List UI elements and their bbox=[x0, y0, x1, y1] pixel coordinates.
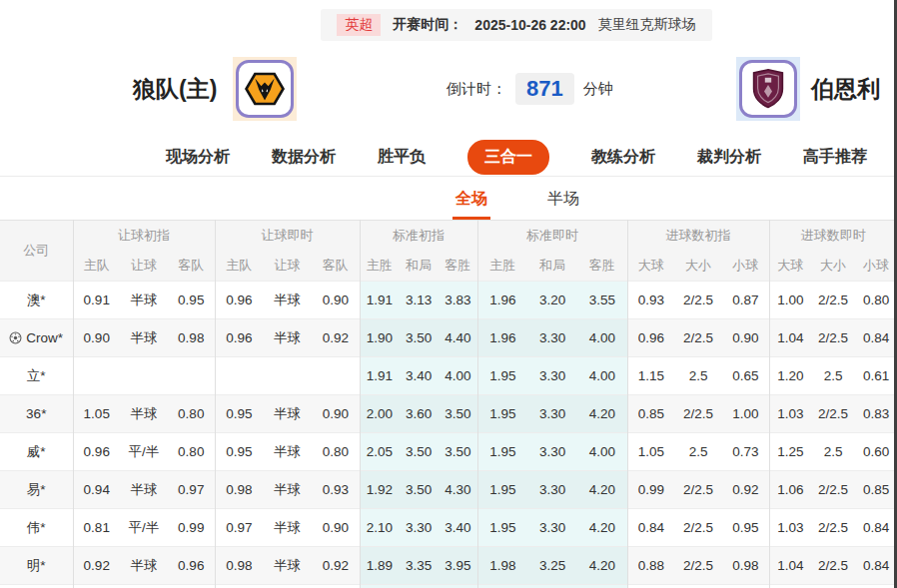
countdown-label: 倒计时： bbox=[447, 80, 506, 99]
odds-cell: 4.20 bbox=[577, 547, 627, 585]
odds-cell: 0.95 bbox=[215, 433, 263, 471]
odds-cell: 2/2.5 bbox=[674, 471, 722, 509]
odds-cell: 0.90 bbox=[168, 585, 215, 588]
odds-cell: 0.63 bbox=[855, 585, 897, 588]
table-row: Interwet*0.90半球0.900.97半球0.831.903.504.3… bbox=[0, 585, 897, 588]
sub-header: 让球 bbox=[120, 251, 168, 282]
odds-cell: 4.10 bbox=[577, 585, 627, 588]
odds-cell: 0.92 bbox=[312, 547, 360, 585]
odds-cell: 0.80 bbox=[855, 282, 897, 319]
company-cell[interactable]: 威* bbox=[0, 433, 73, 471]
odds-cell: 半球 bbox=[263, 395, 312, 433]
odds-cell bbox=[215, 357, 263, 395]
odds-cell: 2/2.5 bbox=[811, 319, 855, 357]
odds-cell: 2/2.5 bbox=[811, 547, 855, 585]
sub-header: 和局 bbox=[527, 251, 577, 282]
nav-tab-3[interactable]: 三合一 bbox=[467, 140, 549, 175]
sub-header: 主队 bbox=[73, 251, 120, 282]
odds-cell: 3.55 bbox=[577, 282, 627, 319]
nav-tab-0[interactable]: 现场分析 bbox=[166, 147, 230, 168]
odds-cell: 1.03 bbox=[769, 509, 811, 547]
odds-cell: 3.60 bbox=[399, 395, 439, 433]
company-cell[interactable]: Interwet* bbox=[0, 585, 73, 588]
odds-cell: 1.05 bbox=[73, 395, 120, 433]
odds-cell: 0.96 bbox=[627, 319, 674, 357]
company-cell[interactable]: 伟* bbox=[0, 509, 73, 547]
odds-cell: 1.91 bbox=[360, 357, 399, 395]
odds-cell: 4.00 bbox=[577, 319, 627, 357]
sub-header: 主队 bbox=[215, 251, 263, 282]
group-header-5: 进球数即时 bbox=[769, 221, 897, 252]
odds-cell: 0.95 bbox=[722, 509, 769, 547]
odds-cell bbox=[120, 357, 168, 395]
burnley-crest-icon bbox=[748, 67, 788, 111]
odds-cell: 半球 bbox=[120, 395, 168, 433]
company-cell[interactable]: 明* bbox=[0, 547, 73, 585]
table-row: 明*0.92半球0.960.98半球0.921.893.353.951.983.… bbox=[0, 547, 897, 585]
nav-tab-5[interactable]: 裁判分析 bbox=[697, 147, 761, 168]
period-tab-0[interactable]: 全场 bbox=[452, 189, 490, 220]
company-cell[interactable]: Crow* bbox=[0, 319, 73, 357]
odds-cell: 0.96 bbox=[215, 282, 263, 319]
odds-cell: 2/2.5 bbox=[811, 471, 855, 509]
odds-cell: 2/2.5 bbox=[674, 509, 722, 547]
odds-cell: 0.85 bbox=[855, 471, 897, 509]
nav-tab-4[interactable]: 教练分析 bbox=[591, 147, 655, 168]
odds-cell: 3.40 bbox=[399, 357, 439, 395]
odds-cell: 半球 bbox=[263, 585, 312, 588]
nav-tab-1[interactable]: 数据分析 bbox=[272, 147, 336, 168]
period-tab-1[interactable]: 半场 bbox=[544, 189, 582, 220]
odds-cell: 1.00 bbox=[722, 395, 769, 433]
nav-tab-2[interactable]: 胜平负 bbox=[378, 147, 426, 168]
company-cell[interactable]: 澳* bbox=[0, 282, 73, 319]
odds-cell: 1.90 bbox=[360, 585, 399, 588]
odds-cell: 1.95 bbox=[477, 509, 527, 547]
odds-cell: 2/2.5 bbox=[674, 395, 722, 433]
odds-cell: 3.30 bbox=[527, 509, 577, 547]
odds-cell bbox=[168, 357, 215, 395]
odds-cell: 0.85 bbox=[627, 395, 674, 433]
odds-cell: 4.30 bbox=[439, 585, 477, 588]
countdown: 倒计时： 871 分钟 bbox=[447, 73, 613, 105]
odds-cell bbox=[312, 357, 360, 395]
odds-cell: 4.20 bbox=[577, 509, 627, 547]
sub-header: 大球 bbox=[627, 251, 674, 282]
odds-cell: 3.35 bbox=[399, 547, 439, 585]
odds-cell: 1.98 bbox=[477, 547, 527, 585]
odds-cell: 4.20 bbox=[577, 471, 627, 509]
odds-cell: 2.5 bbox=[811, 433, 855, 471]
league-badge: 英超 bbox=[337, 14, 381, 36]
odds-cell: 4.00 bbox=[439, 357, 477, 395]
company-cell[interactable]: 立* bbox=[0, 357, 73, 395]
odds-cell: 平/半 bbox=[120, 433, 168, 471]
odds-cell: 0.94 bbox=[73, 471, 120, 509]
company-cell[interactable]: 易* bbox=[0, 471, 73, 509]
wolves-crest-icon bbox=[243, 67, 287, 111]
table-row: 易*0.94半球0.970.98半球0.931.923.504.301.953.… bbox=[0, 471, 897, 509]
odds-cell: 3.20 bbox=[527, 282, 577, 319]
sub-header: 客队 bbox=[312, 251, 360, 282]
odds-cell: 3.50 bbox=[399, 585, 439, 588]
odds-cell: 2.5 bbox=[674, 433, 722, 471]
company-cell[interactable]: 36* bbox=[0, 395, 73, 433]
odds-cell: 1.90 bbox=[360, 319, 399, 357]
odds-cell: 4.40 bbox=[439, 319, 477, 357]
odds-cell: 4.00 bbox=[577, 433, 627, 471]
odds-cell: 2.10 bbox=[360, 509, 399, 547]
odds-cell: 1.91 bbox=[360, 282, 399, 319]
odds-cell: 1.05 bbox=[627, 433, 674, 471]
odds-cell: 0.98 bbox=[722, 547, 769, 585]
kickoff-label: 开赛时间： bbox=[393, 16, 462, 34]
odds-cell: 2.5 bbox=[811, 585, 855, 588]
odds-cell: 0.84 bbox=[855, 547, 897, 585]
odds-cell: 3.13 bbox=[399, 282, 439, 319]
sub-header: 客胜 bbox=[439, 251, 477, 282]
table-body: 澳*0.91半球0.950.96半球0.901.913.133.831.963.… bbox=[0, 282, 897, 588]
odds-cell: 0.96 bbox=[73, 433, 120, 471]
odds-cell: 1.95 bbox=[477, 395, 527, 433]
nav-tab-6[interactable]: 高手推荐 bbox=[803, 147, 867, 168]
football-icon bbox=[9, 331, 22, 344]
odds-cell: 0.93 bbox=[627, 282, 674, 319]
odds-cell: 0.92 bbox=[722, 471, 769, 509]
odds-cell: 0.92 bbox=[73, 547, 120, 585]
